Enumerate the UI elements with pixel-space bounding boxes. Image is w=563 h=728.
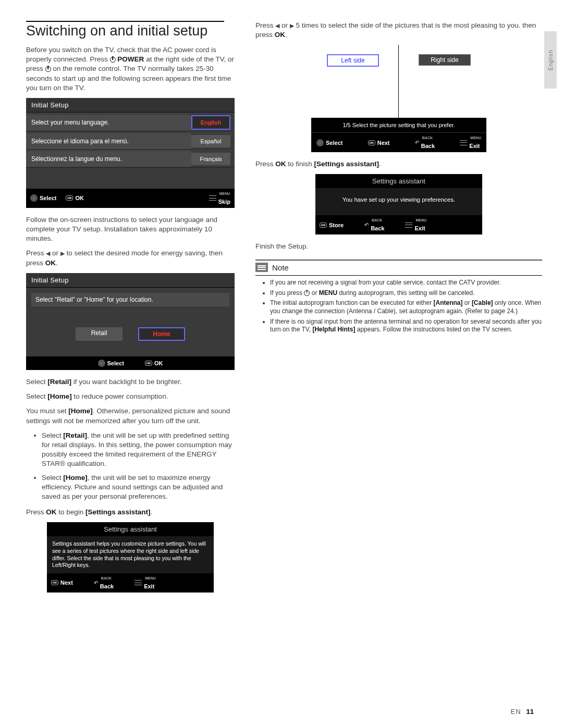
footer-next: OKNext [51,579,73,586]
note-icon [255,263,268,272]
footer-exit: MENUExit [134,576,156,589]
ok-icon: OK [145,361,152,366]
osd-footer: OKStore ↶BACKBack MENUExit [315,215,482,235]
retail-button[interactable]: Retail [76,327,123,341]
footer-ok: OKOK [66,195,84,201]
language-option-english[interactable]: English [191,115,230,130]
list-item: The initial autoprogram function can be … [270,299,542,315]
right-arrow-icon [290,21,294,29]
osd-footer: OKNext ↶BACKBack MENUExit [47,573,214,593]
picture-compare-footer: 1/5 Select the picture setting that you … [311,118,486,152]
list-item: If you press or MENU during autoprogram,… [270,289,542,298]
ok-icon: OK [320,223,327,228]
language-label: Select your menu language. [26,115,191,130]
dpad-icon: ◦ [30,194,38,202]
osd-body-text: You have set up your viewing preferences… [315,188,482,215]
home-button[interactable]: Home [138,327,185,341]
footer-back: ↶BACKBack [415,136,435,149]
footer-select: ◦Select [316,139,342,146]
osd-title: Initial Setup [26,98,235,113]
power-icon [304,290,310,296]
osd-title: Settings assistant [315,174,482,188]
picture-compare-panel: Left side Right side [255,45,542,118]
power-icon [110,57,116,63]
instruction-text: Follow the on-screen instructions to sel… [26,215,235,244]
list-item: Select [Retail], the unit will be set up… [42,431,235,469]
dpad-icon: ◦ [98,360,105,367]
retail-desc: Select [Retail] if you want backlight to… [26,377,235,387]
home-warning: You must set [Home]. Otherwise, personal… [26,406,235,425]
language-label: Sélectionnez la langue du menu. [26,151,191,167]
page-number: EN11 [510,708,534,715]
osd-footer: ◦Select OKOK MENUSkip [26,189,235,208]
menu-icon [405,223,412,228]
right-side-label: Right side [419,54,471,66]
picture-right-side[interactable]: Right side [399,45,486,118]
side-language-tab: English [544,31,557,89]
note-label: Note [272,263,289,272]
osd-title: Settings assistant [47,522,214,536]
language-option-espanol[interactable]: Español [191,135,230,147]
footer-next: OKNext [368,140,390,146]
ok-icon: OK [66,195,73,201]
osd-initial-setup-language: Initial Setup Select your menu language.… [26,98,235,208]
footer-ok: OKOK [145,360,163,366]
menu-icon [209,195,216,201]
note-list: If you are not receiving a signal from y… [270,279,542,334]
osd-initial-setup-location: Initial Setup Select "Retail" or "Home" … [26,273,235,370]
language-row[interactable]: Sélectionnez la langue du menu. Français [26,150,235,168]
menu-icon [460,140,467,145]
ok-icon: OK [51,580,58,585]
menu-icon [134,580,142,585]
footer-store: OKStore [320,222,344,228]
osd-footer: ◦Select OKOK [26,356,235,370]
footer-skip: MENUSkip [209,192,230,205]
left-side-label: Left side [327,54,379,67]
list-item: Select [Home], the unit will be set to m… [42,473,235,502]
osd-title: Initial Setup [26,273,235,288]
select-side-prompt: Press or 5 times to select the side of t… [255,21,542,40]
osd-settings-assistant-done: Settings assistant You have set up your … [315,174,482,235]
page-title: Switching on and initial setup [26,21,224,39]
language-row[interactable]: Seleccione el idioma para el menú. Españ… [26,132,235,150]
picture-left-side[interactable]: Left side [311,45,399,118]
footer-exit: MENUExit [405,218,426,231]
intro-paragraph: Before you switch on the TV, check that … [26,45,235,93]
footer-select: ◦Select [30,194,56,202]
finish-sa-prompt: Press OK to ﬁnish [Settings assistant]. [255,159,542,169]
location-bullet-list: Select [Retail], the unit will be set up… [42,431,235,502]
location-prompt: Select "Retail" or "Home" for your locat… [31,293,229,306]
language-label: Seleccione el idioma para el menú. [26,133,191,149]
footer-back: ↶BACKBack [364,218,384,231]
osd-body-text: Settings assistant helps you customize p… [47,536,214,573]
list-item: If there is no signal input from the ant… [270,318,542,334]
footer-select: ◦Select [98,360,124,367]
footer-back: ↶BACKBack [94,576,114,589]
language-row[interactable]: Select your menu language. English [26,113,235,132]
back-icon: ↶ [364,222,369,228]
power-icon [45,66,51,72]
begin-settings-assistant: Press OK to begin [Settings assistant]. [26,508,235,517]
osd-settings-assistant-intro: Settings assistant Settings assistant he… [47,522,214,592]
note-header: Note [255,260,542,272]
back-icon: ↶ [415,140,419,145]
divider [255,275,542,276]
picture-compare-msg: 1/5 Select the picture setting that you … [311,118,486,132]
energy-prompt: Press or to select the desired mode for … [26,249,235,267]
language-option-francais[interactable]: Français [191,153,230,165]
right-arrow-icon [60,249,65,257]
dpad-icon: ◦ [316,139,324,146]
home-desc: Select [Home] to reduce power consumptio… [26,392,235,401]
ok-icon: OK [368,140,375,145]
footer-exit: MENUExit [460,136,481,149]
finish-setup-text: Finish the Setup. [255,242,542,251]
back-icon: ↶ [94,580,98,586]
list-item: If you are not receiving a signal from y… [270,279,542,287]
